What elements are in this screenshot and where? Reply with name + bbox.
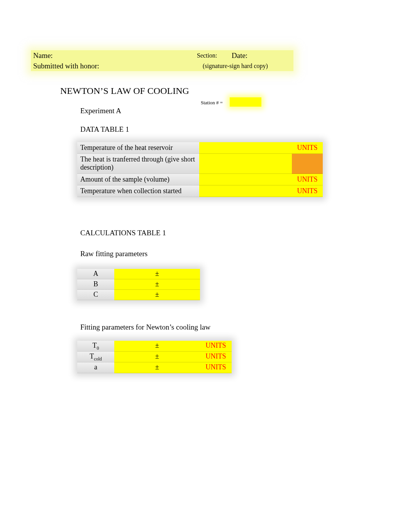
fit-params-heading: Fitting parameters for Newton’s cooling … xyxy=(80,323,210,331)
value-input[interactable] xyxy=(199,154,292,174)
value-input[interactable] xyxy=(199,142,292,154)
table-row: T0 ± UNITS xyxy=(77,341,232,352)
param-symbol: Tcold xyxy=(77,352,114,362)
param-value-input[interactable]: ± xyxy=(114,279,200,290)
table-row: B ± xyxy=(77,279,200,290)
raw-params-heading: Raw fitting parameters xyxy=(80,250,147,258)
row-label: The heat is tranferred through (give sho… xyxy=(77,154,199,174)
param-value-input[interactable]: ± xyxy=(114,352,200,362)
header-row-1: Name: Section: Date: xyxy=(31,50,293,61)
param-value-input[interactable]: ± xyxy=(114,341,200,352)
sym-sub: cold xyxy=(94,356,102,362)
units-cell[interactable]: UNITS xyxy=(200,352,232,362)
page-title: NEWTON’S LAW OF COOLING xyxy=(60,86,189,96)
table-row: Tcold ± UNITS xyxy=(77,352,232,362)
param-symbol: T0 xyxy=(77,341,114,352)
units-cell[interactable]: UNITS xyxy=(292,174,323,185)
station-input[interactable] xyxy=(230,97,261,107)
units-cell[interactable]: UNITS xyxy=(292,142,323,154)
row-label: Temperature when collection started xyxy=(77,185,199,197)
station-label: Station # = xyxy=(201,100,223,106)
raw-params-table: A ± B ± C ± xyxy=(77,269,200,300)
param-value-input[interactable]: ± xyxy=(114,290,200,300)
units-cell[interactable]: UNITS xyxy=(200,341,232,352)
table-row: Temperature of the heat reservoir UNITS xyxy=(77,142,323,154)
units-cell-orange xyxy=(292,154,323,174)
sym-base: T xyxy=(90,352,94,360)
param-symbol: B xyxy=(77,279,114,290)
sym-sub: 0 xyxy=(97,345,99,351)
value-input[interactable] xyxy=(199,185,292,197)
sym-base: T xyxy=(93,342,97,349)
param-symbol: C xyxy=(77,290,114,300)
header-block: Name: Section: Date: Submitted with hono… xyxy=(31,50,293,71)
name-label: Name: xyxy=(31,51,197,60)
table-row: a ± UNITS xyxy=(77,362,232,373)
units-cell[interactable]: UNITS xyxy=(292,185,323,197)
param-value-input[interactable]: ± xyxy=(114,362,200,373)
date-label: Date: xyxy=(232,51,247,60)
section-label: Section: xyxy=(197,52,232,59)
table-row: The heat is tranferred through (give sho… xyxy=(77,154,323,174)
data-table1-heading: DATA TABLE 1 xyxy=(80,125,129,134)
param-symbol: a xyxy=(77,362,114,373)
data-table-1: Temperature of the heat reservoir UNITS … xyxy=(77,142,323,197)
experiment-label: Experiment A xyxy=(80,107,121,115)
table-row: Temperature when collection started UNIT… xyxy=(77,185,323,197)
signature-note: (signature-sign hard copy) xyxy=(203,63,268,70)
row-label: Amount of the sample (volume) xyxy=(77,174,199,185)
table-row: A ± xyxy=(77,269,200,279)
table-row: C ± xyxy=(77,290,200,300)
param-symbol: A xyxy=(77,269,114,279)
value-input[interactable] xyxy=(199,174,292,185)
table-row: Amount of the sample (volume) UNITS xyxy=(77,174,323,185)
sym-base: a xyxy=(94,363,97,371)
units-cell[interactable]: UNITS xyxy=(200,362,232,373)
header-row-2: Submitted with honor: (signature-sign ha… xyxy=(31,61,293,71)
row-label: Temperature of the heat reservoir xyxy=(77,142,199,154)
fit-params-table: T0 ± UNITS Tcold ± UNITS a ± UNITS xyxy=(77,341,232,373)
calculations-heading: CALCULATIONS TABLE 1 xyxy=(80,229,166,237)
param-value-input[interactable]: ± xyxy=(114,269,200,279)
honor-label: Submitted with honor: xyxy=(31,62,203,70)
